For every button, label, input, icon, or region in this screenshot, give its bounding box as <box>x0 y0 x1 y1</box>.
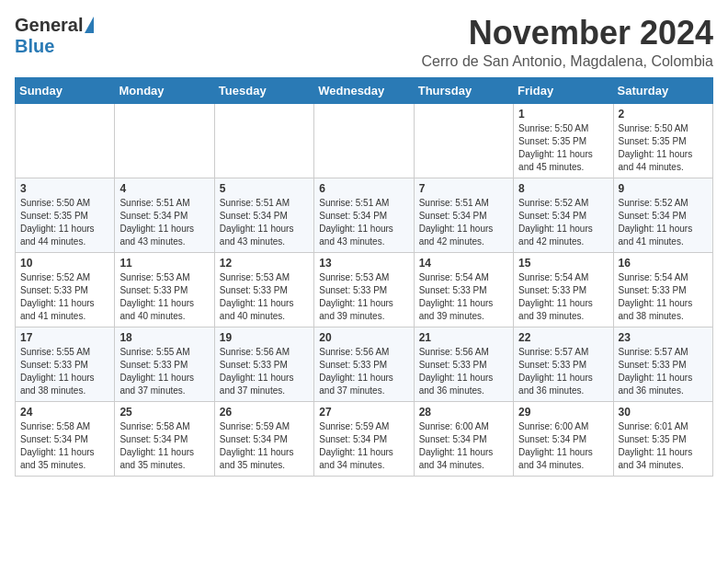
day-info: Sunrise: 5:55 AM Sunset: 5:33 PM Dayligh… <box>20 346 109 397</box>
title-section: November 2024 Cerro de San Antonio, Magd… <box>421 15 713 70</box>
day-info: Sunrise: 5:59 AM Sunset: 5:34 PM Dayligh… <box>319 420 408 472</box>
calendar-cell <box>115 103 214 178</box>
day-info: Sunrise: 5:53 AM Sunset: 5:33 PM Dayligh… <box>220 271 309 323</box>
day-number: 28 <box>419 406 508 419</box>
calendar-cell <box>314 103 414 178</box>
day-info: Sunrise: 5:51 AM Sunset: 5:34 PM Dayligh… <box>319 197 408 248</box>
day-number: 20 <box>319 331 408 344</box>
logo: General Blue <box>15 15 94 57</box>
calendar-header-row: SundayMondayTuesdayWednesdayThursdayFrid… <box>16 77 713 103</box>
col-header-thursday: Thursday <box>414 77 513 103</box>
day-number: 23 <box>619 331 708 344</box>
calendar-cell: 24Sunrise: 5:58 AM Sunset: 5:34 PM Dayli… <box>16 401 115 476</box>
page-header: General Blue November 2024 Cerro de San … <box>15 15 713 70</box>
day-number: 3 <box>20 182 109 195</box>
day-number: 14 <box>419 257 508 270</box>
calendar-cell: 12Sunrise: 5:53 AM Sunset: 5:33 PM Dayli… <box>214 252 313 327</box>
calendar-cell: 25Sunrise: 5:58 AM Sunset: 5:34 PM Dayli… <box>115 401 214 476</box>
day-info: Sunrise: 5:56 AM Sunset: 5:33 PM Dayligh… <box>419 346 508 397</box>
day-number: 15 <box>518 257 608 270</box>
day-number: 21 <box>419 331 508 344</box>
day-number: 11 <box>119 257 209 270</box>
calendar-cell: 3Sunrise: 5:50 AM Sunset: 5:35 PM Daylig… <box>16 178 115 252</box>
day-info: Sunrise: 5:52 AM Sunset: 5:33 PM Dayligh… <box>20 271 109 323</box>
day-info: Sunrise: 5:50 AM Sunset: 5:35 PM Dayligh… <box>518 122 608 174</box>
day-number: 26 <box>220 406 309 419</box>
day-info: Sunrise: 5:51 AM Sunset: 5:34 PM Dayligh… <box>220 197 309 248</box>
calendar-cell: 6Sunrise: 5:51 AM Sunset: 5:34 PM Daylig… <box>314 178 414 252</box>
day-number: 7 <box>419 182 508 195</box>
col-header-monday: Monday <box>115 77 214 103</box>
day-number: 17 <box>20 331 109 344</box>
calendar-cell: 20Sunrise: 5:56 AM Sunset: 5:33 PM Dayli… <box>314 327 414 401</box>
day-number: 5 <box>220 182 309 195</box>
day-number: 27 <box>319 406 408 419</box>
calendar-cell <box>414 103 513 178</box>
calendar-cell: 19Sunrise: 5:56 AM Sunset: 5:33 PM Dayli… <box>214 327 313 401</box>
day-info: Sunrise: 5:58 AM Sunset: 5:34 PM Dayligh… <box>20 420 109 472</box>
day-info: Sunrise: 5:52 AM Sunset: 5:34 PM Dayligh… <box>619 197 708 248</box>
calendar-table: SundayMondayTuesdayWednesdayThursdayFrid… <box>15 77 713 477</box>
day-info: Sunrise: 5:58 AM Sunset: 5:34 PM Dayligh… <box>119 420 209 472</box>
day-number: 10 <box>20 257 109 270</box>
day-number: 6 <box>319 182 408 195</box>
calendar-week-row: 3Sunrise: 5:50 AM Sunset: 5:35 PM Daylig… <box>16 178 713 252</box>
calendar-cell: 17Sunrise: 5:55 AM Sunset: 5:33 PM Dayli… <box>16 327 115 401</box>
day-info: Sunrise: 6:00 AM Sunset: 5:34 PM Dayligh… <box>419 420 508 472</box>
calendar-cell: 13Sunrise: 5:53 AM Sunset: 5:33 PM Dayli… <box>314 252 414 327</box>
calendar-cell: 21Sunrise: 5:56 AM Sunset: 5:33 PM Dayli… <box>414 327 513 401</box>
day-info: Sunrise: 5:57 AM Sunset: 5:33 PM Dayligh… <box>619 346 708 397</box>
day-number: 18 <box>119 331 209 344</box>
logo-blue-text: Blue <box>15 36 54 57</box>
day-number: 29 <box>518 406 608 419</box>
day-info: Sunrise: 5:55 AM Sunset: 5:33 PM Dayligh… <box>119 346 209 397</box>
day-info: Sunrise: 5:51 AM Sunset: 5:34 PM Dayligh… <box>419 197 508 248</box>
calendar-cell: 16Sunrise: 5:54 AM Sunset: 5:33 PM Dayli… <box>613 252 712 327</box>
calendar-cell: 9Sunrise: 5:52 AM Sunset: 5:34 PM Daylig… <box>613 178 712 252</box>
day-info: Sunrise: 5:56 AM Sunset: 5:33 PM Dayligh… <box>319 346 408 397</box>
day-number: 30 <box>619 406 708 419</box>
calendar-cell: 5Sunrise: 5:51 AM Sunset: 5:34 PM Daylig… <box>214 178 313 252</box>
calendar-cell: 11Sunrise: 5:53 AM Sunset: 5:33 PM Dayli… <box>115 252 214 327</box>
calendar-cell: 22Sunrise: 5:57 AM Sunset: 5:33 PM Dayli… <box>514 327 613 401</box>
day-number: 22 <box>518 331 608 344</box>
day-info: Sunrise: 5:53 AM Sunset: 5:33 PM Dayligh… <box>119 271 209 323</box>
day-number: 1 <box>518 108 608 121</box>
logo-general-text: General <box>15 15 83 36</box>
calendar-week-row: 1Sunrise: 5:50 AM Sunset: 5:35 PM Daylig… <box>16 103 713 178</box>
day-info: Sunrise: 5:54 AM Sunset: 5:33 PM Dayligh… <box>518 271 608 323</box>
calendar-cell: 18Sunrise: 5:55 AM Sunset: 5:33 PM Dayli… <box>115 327 214 401</box>
calendar-cell: 1Sunrise: 5:50 AM Sunset: 5:35 PM Daylig… <box>514 103 613 178</box>
calendar-cell: 23Sunrise: 5:57 AM Sunset: 5:33 PM Dayli… <box>613 327 712 401</box>
day-number: 12 <box>220 257 309 270</box>
day-number: 4 <box>119 182 209 195</box>
day-info: Sunrise: 5:50 AM Sunset: 5:35 PM Dayligh… <box>619 122 708 174</box>
calendar-cell: 28Sunrise: 6:00 AM Sunset: 5:34 PM Dayli… <box>414 401 513 476</box>
day-info: Sunrise: 5:54 AM Sunset: 5:33 PM Dayligh… <box>419 271 508 323</box>
day-number: 25 <box>119 406 209 419</box>
col-header-friday: Friday <box>514 77 613 103</box>
calendar-cell: 30Sunrise: 6:01 AM Sunset: 5:35 PM Dayli… <box>613 401 712 476</box>
day-info: Sunrise: 5:51 AM Sunset: 5:34 PM Dayligh… <box>119 197 209 248</box>
calendar-cell: 27Sunrise: 5:59 AM Sunset: 5:34 PM Dayli… <box>314 401 414 476</box>
col-header-sunday: Sunday <box>16 77 115 103</box>
calendar-cell <box>16 103 115 178</box>
calendar-cell: 4Sunrise: 5:51 AM Sunset: 5:34 PM Daylig… <box>115 178 214 252</box>
calendar-cell: 10Sunrise: 5:52 AM Sunset: 5:33 PM Dayli… <box>16 252 115 327</box>
calendar-cell: 2Sunrise: 5:50 AM Sunset: 5:35 PM Daylig… <box>613 103 712 178</box>
day-number: 19 <box>220 331 309 344</box>
calendar-cell: 8Sunrise: 5:52 AM Sunset: 5:34 PM Daylig… <box>514 178 613 252</box>
calendar-cell: 29Sunrise: 6:00 AM Sunset: 5:34 PM Dayli… <box>514 401 613 476</box>
day-number: 8 <box>518 182 608 195</box>
day-number: 24 <box>20 406 109 419</box>
day-info: Sunrise: 5:52 AM Sunset: 5:34 PM Dayligh… <box>518 197 608 248</box>
day-info: Sunrise: 5:56 AM Sunset: 5:33 PM Dayligh… <box>220 346 309 397</box>
col-header-tuesday: Tuesday <box>214 77 313 103</box>
day-info: Sunrise: 6:00 AM Sunset: 5:34 PM Dayligh… <box>518 420 608 472</box>
day-info: Sunrise: 5:53 AM Sunset: 5:33 PM Dayligh… <box>319 271 408 323</box>
day-number: 16 <box>619 257 708 270</box>
col-header-saturday: Saturday <box>613 77 712 103</box>
calendar-cell <box>214 103 313 178</box>
logo-triangle-icon <box>85 17 94 33</box>
day-number: 9 <box>619 182 708 195</box>
